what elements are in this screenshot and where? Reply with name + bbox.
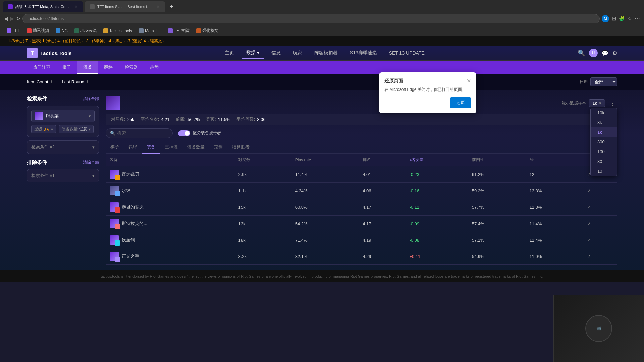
table-tabs: 棋子 羁绊 装备 三神装 装备数量 克制 结算胜者 <box>106 141 617 154</box>
min-sample-select-btn[interactable]: 1k ▾ <box>589 99 605 107</box>
nav-comp-tool[interactable]: 阵容模拟器 <box>310 47 342 59</box>
sub-nav-units[interactable]: 棋子 <box>56 61 77 74</box>
dropdown-item-3k[interactable]: 3k <box>591 118 617 127</box>
dropdown-item-30[interactable]: 30 <box>591 157 617 166</box>
tab-1-close[interactable]: ✕ <box>74 4 78 9</box>
nav-data[interactable]: 数据 ▾ <box>241 47 264 59</box>
row2-avg-diff: -0.16 <box>405 183 468 199</box>
dropdown-item-100[interactable]: 100 <box>591 147 617 157</box>
th-games[interactable]: 对局数 <box>234 154 291 166</box>
row3-item: 泰坦的誓决 <box>106 199 234 216</box>
sub-nav-hot-comp[interactable]: 热门阵容 <box>27 61 56 74</box>
condition-2[interactable]: 检索条件 #2 ▾ <box>27 140 99 154</box>
tab-three-stars[interactable]: 三神装 <box>160 141 182 153</box>
bookmark-ng[interactable]: NG <box>53 28 70 34</box>
back-button[interactable]: ◀ <box>4 15 8 22</box>
tab-2[interactable]: TFT Items Stats – Best Items for S... ✕ <box>85 1 165 12</box>
profile-icon[interactable]: M <box>602 15 609 22</box>
row5-expand[interactable]: ↗ <box>583 232 617 248</box>
row3-play-rate: 60.8% <box>291 199 359 216</box>
tab-items[interactable]: 装备 <box>142 141 160 154</box>
row1-item: 夜之锋刃 <box>106 166 234 183</box>
edge-popup-close-icon[interactable]: ✕ <box>467 78 471 84</box>
item-count-info-icon[interactable]: ℹ <box>51 80 53 84</box>
sub-nav-items[interactable]: 装备 <box>77 61 98 74</box>
star-value: 3★ <box>44 127 50 132</box>
tab-item-count[interactable]: 装备数量 <box>182 141 209 153</box>
stat-top1-value: 11.5% <box>218 117 230 122</box>
site-nav-sub: 热门阵容 棋子 装备 羁绊 检索器 趋势 <box>0 61 644 74</box>
row3-top1: 11.3% <box>526 199 583 216</box>
forward-button[interactable]: ▶ <box>10 15 14 22</box>
dropdown-item-10[interactable]: 10 <box>591 166 617 176</box>
tab-2-close[interactable]: ✕ <box>156 4 160 9</box>
favorite-icon[interactable]: ☆ <box>627 15 632 22</box>
address-bar[interactable]: tactics.tools/tft/items <box>22 14 600 23</box>
tab-results[interactable]: 结算胜者 <box>227 141 254 153</box>
th-rank[interactable]: 排名 <box>359 154 405 166</box>
edge-sidebar-icon[interactable]: ⊞ <box>612 15 616 22</box>
nav-home[interactable]: 主页 <box>220 47 239 59</box>
row6-expand[interactable]: ↗ <box>583 248 617 265</box>
discord-icon[interactable]: 💬 <box>602 50 608 56</box>
search-icon[interactable]: 🔍 <box>578 49 585 57</box>
th-item[interactable]: 装备 <box>106 154 234 166</box>
item-count-select-btn[interactable]: 装备数量 任意 ▾ <box>59 125 94 133</box>
bookmark-jdg[interactable]: JDG云流 <box>72 27 99 34</box>
tab-units[interactable]: 棋子 <box>106 141 124 153</box>
new-tab-button[interactable]: + <box>166 1 177 12</box>
nav-s13[interactable]: S13赛季速递 <box>345 47 382 59</box>
table-row: 水银 1.1k 4.34% 4.06 -0.16 59.2% 13.8% ↗ <box>106 183 617 199</box>
nav-info[interactable]: 信息 <box>267 47 285 59</box>
more-options-btn[interactable]: ⋮ <box>608 100 617 106</box>
exclude-clear-btn[interactable]: 清除全部 <box>83 160 99 165</box>
webcam-video: 📹 <box>554 295 644 362</box>
last-round-info-icon[interactable]: ℹ <box>87 80 89 84</box>
stat-avg-place-value: 4.21 <box>161 117 169 122</box>
search-conditions-header: 检索条件 清除全部 <box>27 96 99 102</box>
th-top4[interactable]: 前四% <box>468 154 526 166</box>
nav-set13[interactable]: SET 13 UPDATE <box>384 48 429 58</box>
bookmark-tactics[interactable]: Tactics.Tools <box>101 28 135 34</box>
dropdown-item-300[interactable]: 300 <box>591 137 617 147</box>
settings-site-icon[interactable]: ⚙ <box>612 50 617 56</box>
bookmark-academy[interactable]: TFT学院 <box>165 27 192 34</box>
right-panel: 最小数据样本 1k ▾ ⋮ 10k 3k 1k 300 100 30 10 <box>106 96 617 265</box>
row6-play-rate: 32.1% <box>291 248 359 265</box>
user-icon[interactable]: U <box>589 49 598 57</box>
extension-icon[interactable]: 🧩 <box>619 16 625 21</box>
exclude-condition-1[interactable]: 检索条件 #1 ▾ <box>27 169 99 182</box>
tab-traits[interactable]: 羁绊 <box>124 141 142 153</box>
min-sample-value: 1k <box>592 101 597 106</box>
bookmark-metatft[interactable]: MetaTFT <box>136 28 164 34</box>
tab-1[interactable]: 战绩·大师 TFT Meta, Stats, Comps, Match H...… <box>3 1 83 12</box>
sub-nav-explorer[interactable]: 检索器 <box>119 61 144 74</box>
row6-item: 正义之手 <box>106 248 234 265</box>
row2-expand[interactable]: ↗ <box>583 183 617 199</box>
filter-last-round: Last Round ℹ <box>62 79 89 84</box>
bookmark-rune[interactable]: 强化符文 <box>194 27 221 34</box>
bookmark-tencent[interactable]: 腾讯视频 <box>24 27 52 34</box>
settings-icon[interactable]: ⋯ <box>635 15 640 22</box>
toggle-switch[interactable] <box>178 130 190 136</box>
row4-expand[interactable]: ↗ <box>583 216 617 232</box>
row3-expand[interactable]: ↗ <box>583 199 617 216</box>
date-select[interactable]: 全部 今天 本周 本月 <box>590 77 617 86</box>
champion-select-btn[interactable]: 厨臭菜 ▾ <box>31 110 95 122</box>
th-play-rate[interactable]: Play rate <box>291 154 359 166</box>
nav-players[interactable]: 玩家 <box>288 47 307 59</box>
row2-item-name: 水银 <box>122 188 130 194</box>
edge-popup-restore-btn[interactable]: 还原 <box>450 97 471 108</box>
dropdown-item-1k[interactable]: 1k <box>591 127 617 137</box>
sub-nav-trends[interactable]: 趋势 <box>144 61 165 74</box>
star-select-btn[interactable]: 星级 3★ ▾ <box>31 125 56 133</box>
search-input[interactable] <box>117 131 164 136</box>
clear-all-btn[interactable]: 清除全部 <box>83 96 99 102</box>
bookmark-tft[interactable]: TFT <box>4 28 23 34</box>
th-avg-diff[interactable]: ↓名次差 <box>405 154 468 166</box>
refresh-button[interactable]: ↻ <box>16 16 20 22</box>
tab-limits[interactable]: 克制 <box>209 141 227 153</box>
th-top1[interactable]: 登 <box>526 154 583 166</box>
dropdown-item-10k[interactable]: 10k <box>591 108 617 118</box>
sub-nav-traits[interactable]: 羁绊 <box>98 61 119 74</box>
